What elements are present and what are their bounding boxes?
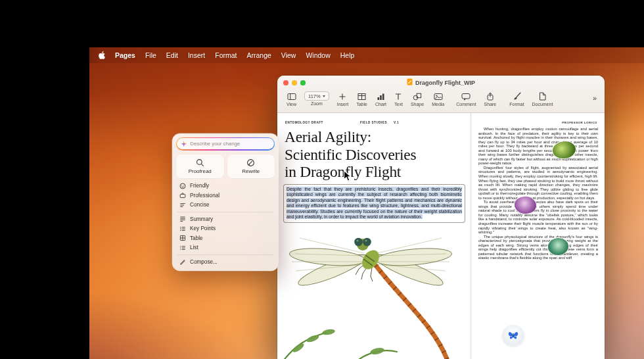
view-icon bbox=[287, 91, 296, 101]
menu-bar: Pages File Edit Insert Format Arrange Vi… bbox=[89, 47, 644, 63]
pages-window: Dragonfly Flight_WIP View 117% Zoom bbox=[277, 76, 605, 359]
menu-item-friendly[interactable]: Friendly bbox=[176, 181, 275, 191]
text-icon bbox=[394, 91, 402, 101]
traffic-lights bbox=[283, 80, 306, 85]
menu-item-compose[interactable]: Compose... bbox=[176, 257, 275, 267]
table-icon bbox=[357, 91, 366, 101]
left-page-header-left[interactable]: ENTOMOLOGY DRAFT bbox=[285, 121, 323, 124]
minimize-button[interactable] bbox=[292, 80, 297, 85]
window-title-area: Dragonfly Flight_WIP bbox=[330, 78, 552, 87]
menu-edit[interactable]: Edit bbox=[166, 51, 178, 59]
paragraph[interactable]: The unique physiological structure of th… bbox=[478, 235, 598, 260]
format-brush-icon bbox=[513, 91, 521, 101]
document-icon bbox=[539, 91, 546, 101]
desktop: Pages File Edit Insert Format Arrange Vi… bbox=[89, 47, 644, 359]
apple-intelligence-input-ring: Describe your change bbox=[176, 137, 275, 151]
dragonfly-illustration[interactable] bbox=[279, 222, 469, 359]
menu-item-professional[interactable]: Professional bbox=[176, 191, 275, 201]
writing-tools-selection-outline[interactable]: Despite the fact that they are prehistor… bbox=[283, 184, 465, 223]
toolbar-format-button[interactable]: Format bbox=[509, 91, 524, 107]
briefcase-icon bbox=[179, 192, 186, 199]
share-icon bbox=[486, 91, 494, 101]
concise-lines-icon bbox=[179, 202, 186, 208]
chart-icon bbox=[377, 91, 385, 101]
toolbar-insert-button[interactable]: Insert bbox=[337, 91, 349, 107]
chevron-down-icon bbox=[323, 95, 325, 97]
zoom-value: 117% bbox=[308, 93, 321, 99]
zoom-window-button[interactable] bbox=[300, 80, 306, 85]
apple-intelligence-sparkle-icon bbox=[181, 141, 187, 147]
toolbar: View 117% Zoom Insert bbox=[277, 89, 605, 112]
toolbar-table-button[interactable]: Table bbox=[356, 91, 367, 107]
menu-item-key-points[interactable]: Key Points bbox=[176, 224, 275, 234]
menu-file[interactable]: File bbox=[145, 51, 156, 59]
menu-insert[interactable]: Insert bbox=[188, 51, 205, 59]
screenshot-frame: Pages File Edit Insert Format Arrange Vi… bbox=[0, 0, 644, 359]
rewrite-button[interactable]: Rewrite bbox=[227, 155, 275, 178]
menu-format[interactable]: Format bbox=[215, 51, 237, 59]
insert-icon bbox=[338, 91, 346, 101]
menu-window[interactable]: Window bbox=[306, 51, 330, 59]
right-page-header[interactable]: PROFESSOR LORICO bbox=[562, 121, 597, 124]
rewrite-pencil-icon bbox=[246, 158, 255, 167]
mouse-cursor bbox=[343, 170, 352, 182]
menu-item-summary[interactable]: Summary bbox=[176, 214, 275, 224]
menu-item-concise[interactable]: Concise bbox=[176, 201, 275, 210]
toolbar-view-button[interactable]: View bbox=[287, 91, 296, 107]
menu-item-table[interactable]: Table bbox=[176, 233, 275, 243]
toolbar-text-button[interactable]: Text bbox=[394, 91, 403, 107]
zoom-dropdown[interactable]: 117% bbox=[304, 91, 329, 101]
toolbar-media-button[interactable]: Media bbox=[432, 91, 444, 107]
toolbar-comment-button[interactable]: Comment bbox=[456, 91, 476, 107]
paragraph[interactable]: To avoid overheating, some species also … bbox=[478, 200, 598, 234]
summary-lines-icon bbox=[179, 216, 186, 222]
menu-divider bbox=[177, 212, 273, 212]
pages-document-icon bbox=[407, 78, 413, 87]
document-canvas[interactable]: ENTOMOLOGY DRAFT FIELD STUDIES V.1 Aeria… bbox=[277, 113, 605, 359]
menu-app-pages[interactable]: Pages bbox=[115, 51, 135, 59]
describe-change-input[interactable]: Describe your change bbox=[177, 138, 273, 149]
list-icon bbox=[179, 245, 186, 251]
input-placeholder: Describe your change bbox=[190, 141, 240, 147]
toolbar-shape-button[interactable]: Shape bbox=[411, 91, 424, 107]
menu-arrange[interactable]: Arrange bbox=[246, 51, 271, 59]
toolbar-zoom-control[interactable]: 117% Zoom bbox=[304, 91, 329, 106]
table-grid-icon bbox=[179, 235, 186, 241]
right-page[interactable]: PROFESSOR LORICO When hunting, dragonfli… bbox=[478, 121, 598, 359]
window-chrome: Dragonfly Flight_WIP View 117% Zoom bbox=[277, 76, 605, 113]
compose-pencil-icon bbox=[179, 258, 186, 265]
butterfly-icon bbox=[506, 329, 520, 341]
toolbar-share-button[interactable]: Share bbox=[484, 91, 497, 107]
left-page-header-right[interactable]: V.1 bbox=[394, 121, 399, 124]
bullet-list-icon bbox=[179, 226, 186, 232]
menu-divider bbox=[177, 254, 273, 255]
writing-tools-menu: Friendly Professional Concise Summary bbox=[176, 181, 275, 267]
menu-item-list[interactable]: List bbox=[176, 243, 275, 253]
window-title: Dragonfly Flight_WIP bbox=[415, 80, 475, 86]
menu-view[interactable]: View bbox=[281, 51, 296, 59]
butterfly-photo-blue[interactable] bbox=[502, 325, 524, 346]
smiley-icon bbox=[179, 183, 186, 189]
writing-tools-actions: Proofread Rewrite bbox=[176, 155, 275, 178]
paragraph[interactable]: When hunting, dragonflies employ motion … bbox=[478, 127, 598, 166]
apple-menu-icon[interactable] bbox=[99, 51, 105, 59]
comment-icon bbox=[461, 91, 471, 101]
writing-tools-popup: Describe your change Proofread Rewrite F… bbox=[172, 133, 279, 271]
shape-icon bbox=[413, 91, 422, 101]
media-icon bbox=[434, 91, 443, 101]
proofread-button[interactable]: Proofread bbox=[176, 155, 224, 178]
toolbar-overflow-button[interactable]: » bbox=[590, 94, 599, 102]
selected-paragraph[interactable]: Despite the fact that they are prehistor… bbox=[287, 187, 462, 220]
close-button[interactable] bbox=[283, 80, 288, 85]
menu-help[interactable]: Help bbox=[340, 51, 355, 59]
right-page-text[interactable]: When hunting, dragonflies employ motion … bbox=[478, 127, 598, 260]
proofread-magnifier-icon bbox=[196, 158, 204, 167]
paragraph[interactable]: Dragonflies' four styles of flight, augm… bbox=[478, 166, 598, 200]
page-divider bbox=[471, 113, 471, 359]
toolbar-document-button[interactable]: Document bbox=[532, 91, 553, 107]
left-page-header-center[interactable]: FIELD STUDIES bbox=[360, 121, 387, 124]
toolbar-chart-button[interactable]: Chart bbox=[375, 91, 386, 107]
